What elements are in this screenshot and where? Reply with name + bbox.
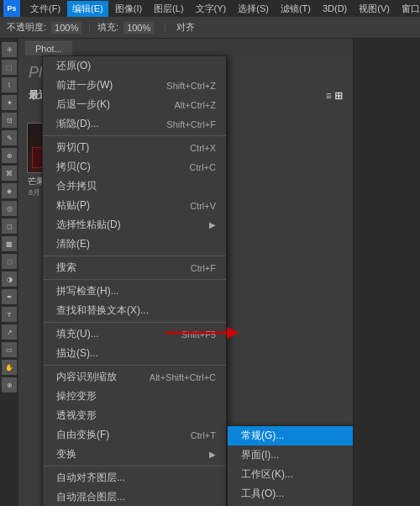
ps-logo: Ps [3,0,20,17]
menu-window[interactable]: 窗口(W) [396,1,420,17]
workspace-tab[interactable]: Phot... [25,41,72,55]
tool-select[interactable]: ⬚ [2,60,17,75]
menu-text[interactable]: 文字(Y) [191,1,232,17]
workspace-title: Phot... [35,44,62,54]
workspace-header: Phot... [18,39,353,57]
menu-stroke[interactable]: 描边(S)... [43,344,226,363]
tool-shape[interactable]: ▭ [2,342,17,357]
thumbnail-date-1: 8月 31日 6:20 晚上 [29,187,92,198]
menu-auto-align[interactable]: 自动对齐图层... [43,468,226,488]
tool-crop[interactable]: ⊡ [2,113,17,128]
tool-gradient[interactable]: ▩ [2,236,17,251]
menu-edit[interactable]: 编辑(E) [67,1,108,17]
menu-content-scale[interactable]: 内容识别缩放Alt+Shift+Ctrl+C [43,367,226,387]
recent-section-header: 最近打开的文件 ≡ ⊞ [18,85,353,106]
menu-free-transform[interactable]: 自由变换(F)Ctrl+T [43,425,226,445]
tool-clone[interactable]: ◈ [2,183,17,198]
menu-perspective-warp[interactable]: 透视变形 [43,406,226,425]
thumbnail-img-1 [27,123,94,173]
thumbnail-2[interactable]: 背景板素材里 8月 31日 8:15 上 [102,123,170,198]
tool-pen[interactable]: ✒ [2,289,17,304]
content-area: Phot... Phot... 最近打开的文件 ≡ ⊞ 芒果树饮品-1.psd … [18,39,353,506]
pref-interface[interactable]: 界面(I)... [228,445,353,465]
baidu-url: jingyan.baidu.com [283,481,344,489]
tool-dodge[interactable]: ◑ [2,271,17,287]
menu-paste-special[interactable]: 选择性粘贴(D)▶ [43,215,226,235]
menu-3d[interactable]: 3D(D) [318,2,352,15]
sep-6 [43,466,226,466]
left-sidebar: ✛ ⬚ ⌇ ✦ ⊡ ✎ ⊕ ⌘ ◈ ◎ ◻ ▩ ◌ ◑ ✒ T ↗ ▭ ✋ ⊕ [0,39,18,506]
tool-eyedropper[interactable]: ✎ [2,130,17,145]
menu-spell[interactable]: 拼写检查(H)... [43,282,226,301]
menu-puppet-warp[interactable]: 操控变形 [43,387,226,406]
baidu-watermark: Bai🐾经验 jingyan.baidu.com [283,467,344,489]
align-label: 对齐 [176,21,195,34]
tool-move[interactable]: ✛ [2,42,17,57]
preferences-submenu: 常规(G)... Ctrl+K 界面(I)... 工作区(K)... 工具(O)… [227,425,353,506]
pref-general[interactable]: 常规(G)... Ctrl+K [228,426,353,445]
tool-heal[interactable]: ⊕ [2,148,17,163]
baidu-logo: Bai🐾经验 [283,467,344,481]
fill-value[interactable]: 100% [123,22,154,34]
toolbar: 不透明度: 100% | 填充: 100% | 对齐 [0,17,420,39]
sep-2 [43,256,226,256]
sep-3 [43,279,226,280]
menu-select[interactable]: 选择(S) [233,1,274,17]
thumbnail-date-2: 8月 31日 8:15 上 [108,187,164,198]
menu-layer[interactable]: 图层(L) [149,1,188,17]
tool-brush[interactable]: ⌘ [2,166,17,181]
thumbnail-img-2 [102,123,170,173]
main-area: ✛ ⬚ ⌇ ✦ ⊡ ✎ ⊕ ⌘ ◈ ◎ ◻ ▩ ◌ ◑ ✒ T ↗ ▭ ✋ ⊕ … [0,39,420,506]
menu-image[interactable]: 图像(I) [110,1,147,17]
tool-lasso[interactable]: ⌇ [2,77,17,92]
tool-blur[interactable]: ◌ [2,254,17,269]
thumbnail-label-2: 背景板素材里 [111,176,161,187]
tool-path[interactable]: ↗ [2,324,17,340]
tool-wand[interactable]: ✦ [2,95,17,110]
tool-history[interactable]: ◎ [2,201,17,216]
fill-label: 填充: [97,21,118,34]
menu-search[interactable]: 搜索Ctrl+F [43,258,226,277]
menu-transform[interactable]: 变换▶ [43,445,226,464]
thumbnail-label-1: 芒果树饮品-1.psd [28,176,93,187]
menu-filter[interactable]: 滤镜(T) [276,1,316,17]
app-title-display: Phot... [18,57,353,85]
thumbnails-area: 芒果树饮品-1.psd 8月 31日 6:20 晚上 背景板素材里 8月 31日… [18,106,353,207]
menu-clear[interactable]: 清除(E) [43,235,226,254]
menu-file[interactable]: 文件(F) [25,1,66,17]
tool-zoom[interactable]: ⊕ [2,377,17,393]
menu-find-replace[interactable]: 查找和替换文本(X)... [43,301,226,320]
opacity-value[interactable]: 100% [51,22,81,34]
sep-4 [43,322,226,323]
red-arrow-indicator [161,316,245,350]
tool-type[interactable]: T [2,307,17,322]
menu-bar: Ps 文件(F) 编辑(E) 图像(I) 图层(L) 文字(Y) 选择(S) 滤… [0,0,420,17]
sep-5 [43,365,226,366]
opacity-label: 不透明度: [7,21,46,34]
recent-label: 最近打开的文件 [29,88,99,103]
tool-hand[interactable]: ✋ [2,360,17,375]
thumbnail-1[interactable]: 芒果树饮品-1.psd 8月 31日 6:20 晚上 [27,123,94,198]
right-panel [353,39,420,506]
menu-view[interactable]: 视图(V) [354,1,395,17]
menu-fill[interactable]: 填充(U)...Shift+F5 [43,324,226,344]
menu-auto-blend[interactable]: 自动混合图层... [43,488,226,506]
tool-eraser[interactable]: ◻ [2,219,17,234]
